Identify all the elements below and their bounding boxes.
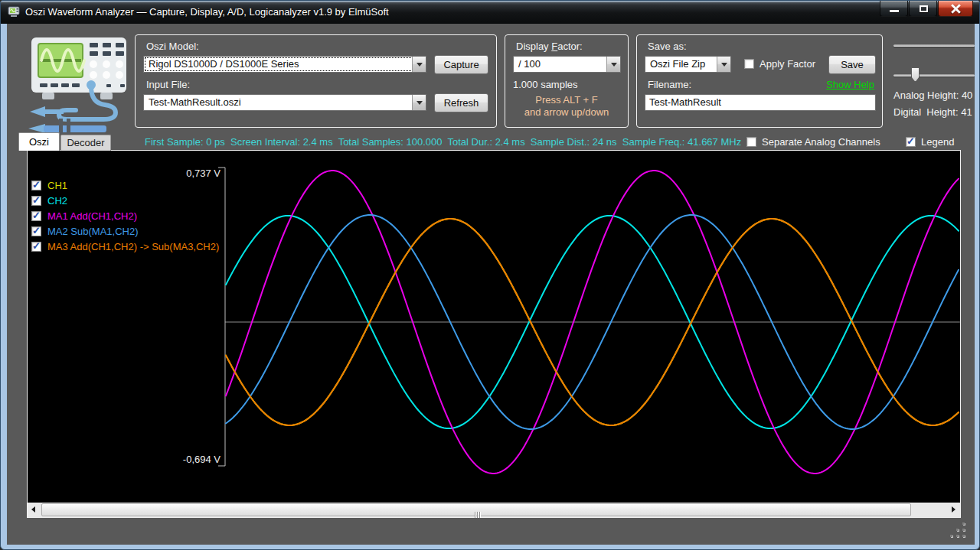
scrollbar-thumb[interactable] — [41, 503, 911, 516]
legend-channel-checkbox[interactable] — [31, 242, 41, 252]
horizontal-scrollbar[interactable] — [28, 503, 960, 517]
scrollbar-right-arrow[interactable] — [947, 503, 960, 517]
y-axis-top-label: 0,737 V — [186, 168, 220, 179]
analog-height-label: Analog Height: 40 — [893, 89, 972, 101]
save-format-select[interactable]: Oszi File Zip — [645, 56, 731, 73]
chevron-down-icon — [412, 95, 426, 110]
tab-oszi[interactable]: Oszi — [18, 132, 60, 151]
display-factor-select[interactable]: / 100 — [513, 56, 621, 73]
scrollbar-grip-icon — [475, 507, 482, 521]
legend-channel-label: MA3 Add(CH1,CH2) -> Sub(MA3,CH2) — [47, 241, 219, 252]
analog-height-slider[interactable] — [893, 44, 975, 47]
display-factor-label: Display Factor: — [516, 41, 583, 52]
oszi-model-select[interactable]: Rigol DS1000D / DS1000E Series — [143, 56, 426, 73]
legend-channel-checkbox[interactable] — [31, 211, 41, 221]
legend-channel-label: MA1 Add(CH1,CH2) — [47, 210, 137, 222]
app-window: Oszi Waveform Analyzer — Capture, Displa… — [0, 0, 980, 550]
oszi-model-label: Oszi Model: — [146, 41, 199, 52]
app-icon — [8, 6, 20, 18]
separate-analog-channels-label: Separate Analog Channels — [762, 136, 880, 148]
factor-hint-line2: and arrow up/down — [505, 106, 628, 118]
input-file-select[interactable]: Test-MathResult.oszi — [143, 94, 426, 111]
legend-channel-label: CH1 — [47, 180, 67, 191]
legend-channel-label: MA2 Sub(MA1,CH2) — [47, 226, 138, 237]
arrow-right-icon — [952, 506, 956, 513]
display-factor-value: / 100 — [518, 57, 541, 72]
digital-height-slider-thumb[interactable] — [911, 67, 920, 82]
save-group: Save as: Oszi File Zip Apply Factor Save… — [636, 34, 883, 128]
legend-item-ma3: MA3 Add(CH1,CH2) -> Sub(MA3,CH2) — [31, 239, 219, 255]
capture-button[interactable]: Capture — [434, 55, 488, 74]
factor-hint-line1: Press ALT + F — [505, 94, 628, 106]
minimize-icon — [890, 10, 899, 12]
legend-item-ch1: CH1 — [31, 178, 219, 194]
channel-legend: CH1CH2MA1 Add(CH1,CH2)MA2 Sub(MA1,CH2)MA… — [31, 178, 219, 255]
input-file-label: Input File: — [146, 79, 190, 90]
tab-decoder[interactable]: Decoder — [60, 135, 111, 151]
legend-channel-label: CH2 — [47, 195, 67, 207]
chevron-down-icon — [412, 57, 426, 72]
input-file-value: Test-MathResult.oszi — [149, 95, 241, 110]
save-as-label: Save as: — [648, 41, 687, 52]
save-button[interactable]: Save — [828, 55, 876, 74]
client-area: Oszi Model: Rigol DS1000D / DS1000E Seri… — [7, 24, 975, 545]
digital-height-label: Digital Height: 41 — [893, 106, 972, 118]
resize-grip-icon[interactable] — [950, 522, 967, 539]
legend-toggle-checkbox[interactable] — [906, 137, 916, 147]
oszi-model-value: Rigol DS1000D / DS1000E Series — [149, 57, 299, 72]
sample-status-text: First Sample: 0 ps Screen Interval: 2.4 … — [145, 136, 741, 148]
digital-height-slider[interactable] — [893, 74, 975, 76]
capture-group: Oszi Model: Rigol DS1000D / DS1000E Seri… — [135, 34, 497, 128]
oscilloscope-logo — [15, 33, 131, 134]
close-button[interactable] — [938, 1, 973, 17]
chevron-down-icon — [717, 57, 730, 72]
save-format-value: Oszi File Zip — [650, 57, 705, 72]
arrow-left-icon — [31, 506, 35, 513]
show-help-link[interactable]: Show Help — [826, 79, 874, 90]
legend-channel-checkbox[interactable] — [31, 226, 41, 236]
legend-item-ch2: CH2 — [31, 194, 219, 209]
separate-analog-channels-checkbox[interactable] — [746, 137, 756, 147]
legend-item-ma2: MA2 Sub(MA1,CH2) — [31, 224, 219, 239]
scrollbar-left-arrow[interactable] — [28, 503, 41, 517]
display-factor-group: Display Factor: / 100 1.000 samples Pres… — [505, 34, 629, 128]
samples-count: 1.000 samples — [513, 79, 578, 90]
maximize-icon — [920, 5, 928, 12]
close-icon — [951, 4, 961, 14]
legend-item-ma1: MA1 Add(CH1,CH2) — [31, 209, 219, 224]
refresh-button[interactable]: Refresh — [434, 93, 488, 112]
filename-input[interactable]: Test-MathResult — [645, 94, 876, 111]
apply-factor-label: Apply Factor — [760, 58, 815, 70]
legend-channel-checkbox[interactable] — [31, 181, 41, 190]
minimize-button[interactable] — [880, 1, 908, 17]
y-axis-bottom-label: -0,694 V — [183, 454, 220, 465]
apply-factor-checkbox[interactable] — [744, 59, 754, 69]
chevron-down-icon — [606, 57, 620, 72]
filename-label: Filename: — [648, 79, 691, 90]
waveform-panel: 0,737 V -0,694 V CH1CH2MA1 Add(CH1,CH2)M… — [27, 150, 961, 518]
window-title: Oszi Waveform Analyzer — Capture, Displa… — [25, 1, 389, 24]
legend-channel-checkbox[interactable] — [31, 196, 41, 206]
legend-toggle-label: Legend — [921, 136, 954, 148]
title-bar: Oszi Waveform Analyzer — Capture, Displa… — [1, 1, 980, 24]
maximize-button[interactable] — [909, 1, 937, 17]
